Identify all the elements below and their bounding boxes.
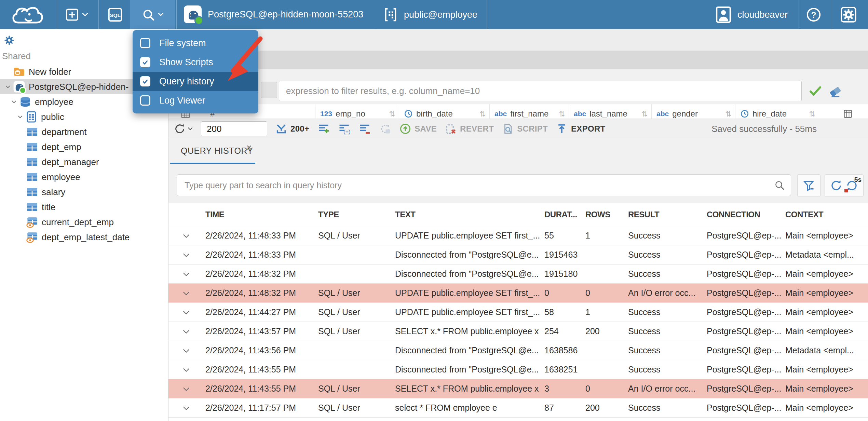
sort-icon[interactable]: ⇅ xyxy=(480,110,489,118)
sort-icon[interactable]: ⇅ xyxy=(725,110,735,118)
expand-chevron-icon[interactable] xyxy=(181,269,205,279)
checkbox-checked[interactable] xyxy=(140,57,150,67)
chevron-down-icon[interactable] xyxy=(9,98,19,106)
col-time[interactable]: TIME xyxy=(205,210,318,219)
history-filter-button[interactable] xyxy=(797,174,820,197)
sql-editor-button[interactable]: SQL xyxy=(107,7,123,23)
checkbox-unchecked[interactable] xyxy=(140,38,150,48)
sort-icon[interactable]: ⇅ xyxy=(389,110,399,118)
refresh-button[interactable] xyxy=(174,123,193,135)
col-connection[interactable]: CONNECTION xyxy=(707,210,785,219)
auto-refresh-button[interactable]: 5s xyxy=(846,179,858,192)
column-header-birth-date[interactable]: birth_date ⇅ xyxy=(399,104,489,119)
menu-item-query-history[interactable]: Query history xyxy=(133,72,258,91)
expand-chevron-icon[interactable] xyxy=(181,231,205,241)
history-row-error[interactable]: 2/26/2024, 11:48:32 PM SQL / User UPDATE… xyxy=(168,284,868,303)
tree-item-table[interactable]: dept_emp xyxy=(0,139,168,154)
view-icon xyxy=(26,216,38,228)
column-header-first-name[interactable]: abc first_name ⇅ xyxy=(489,104,569,119)
sort-icon[interactable]: ⇅ xyxy=(559,110,569,118)
tree-item-table[interactable]: employee xyxy=(0,169,168,185)
expand-chevron-icon[interactable] xyxy=(181,403,205,413)
column-type-badge: abc xyxy=(574,110,586,118)
expand-chevron-icon[interactable] xyxy=(181,308,205,317)
history-row[interactable]: 2/26/2024, 11:43:55 PM Disconnected from… xyxy=(168,360,868,379)
fetch-next-page-button[interactable]: 200+ xyxy=(275,123,309,135)
connection-selector[interactable]: PostgreSQL@ep-hidden-moon-55203 xyxy=(184,5,363,23)
history-row[interactable]: 2/26/2024, 11:43:56 PM Disconnected from… xyxy=(168,341,868,360)
history-row[interactable]: 2/26/2024, 11:44:27 PM SQL / User UPDATE… xyxy=(168,303,868,322)
column-header-hire-date[interactable]: hire_date ⇅ xyxy=(735,104,819,119)
tree-item-table[interactable]: salary xyxy=(0,185,168,200)
expand-chevron-icon[interactable] xyxy=(181,288,205,298)
col-context[interactable]: CONTEXT xyxy=(785,210,868,219)
col-rows[interactable]: ROWS xyxy=(585,210,628,219)
column-header-last-name[interactable]: abc last_name ⇅ xyxy=(569,104,651,119)
expand-chevron-icon[interactable] xyxy=(181,250,205,260)
cell-rows: 1 xyxy=(585,231,628,241)
result-toolbar: 200+ (+) SAVE xyxy=(168,119,868,139)
expand-chevron-icon[interactable] xyxy=(181,346,205,355)
history-row[interactable]: 2/26/2024, 11:48:32 PM Disconnected from… xyxy=(168,264,868,284)
expand-chevron-icon[interactable] xyxy=(181,327,205,336)
menu-item-show-scripts[interactable]: Show Scripts xyxy=(133,53,258,72)
add-row-icon[interactable] xyxy=(317,123,330,135)
col-result[interactable]: RESULT xyxy=(628,210,707,219)
cell-time: 2/26/2024, 11:17:57 PM xyxy=(205,403,318,413)
script-button[interactable]: SCRIPT xyxy=(502,123,548,135)
checkbox-checked[interactable] xyxy=(140,76,150,86)
grid-settings-icon[interactable] xyxy=(843,109,853,119)
tools-menu-button[interactable] xyxy=(130,0,175,29)
col-type[interactable]: TYPE xyxy=(318,210,395,219)
help-button[interactable]: ? xyxy=(806,7,822,23)
revert-button[interactable]: REVERT xyxy=(445,123,494,135)
column-header-gender[interactable]: abc gender ⇅ xyxy=(651,104,735,119)
history-row[interactable]: 2/26/2024, 11:48:33 PM SQL / User UPDATE… xyxy=(168,226,868,245)
cell-text: SELECT x.* FROM public.employee x xyxy=(395,384,544,394)
column-header-emp-no[interactable]: 123 emp_no ⇅ xyxy=(315,104,399,119)
apply-filter-icon[interactable] xyxy=(808,84,823,98)
fetch-size-input[interactable] xyxy=(201,121,267,136)
history-row[interactable]: 2/26/2024, 11:17:57 PM SQL / User select… xyxy=(168,398,868,418)
tree-item-table[interactable]: dept_manager xyxy=(0,154,168,169)
col-duration[interactable]: DURAT... xyxy=(544,210,585,219)
user-menu-button[interactable]: cloudbeaver xyxy=(716,6,788,23)
schema-selector[interactable]: public@employee xyxy=(383,7,477,23)
history-row[interactable]: 2/26/2024, 11:48:33 PM Disconnected from… xyxy=(168,245,868,264)
save-button[interactable]: SAVE xyxy=(399,123,437,135)
auto-refresh-disabled-icon[interactable] xyxy=(379,123,391,135)
refresh-icon[interactable] xyxy=(830,179,842,192)
sort-icon[interactable]: ⇅ xyxy=(642,110,651,118)
gear-icon[interactable] xyxy=(3,35,15,46)
chevron-down-icon[interactable] xyxy=(3,83,13,91)
export-button[interactable]: EXPORT xyxy=(556,123,605,135)
tree-item-table[interactable]: title xyxy=(0,200,168,215)
expand-chevron-icon[interactable] xyxy=(181,365,205,375)
menu-item-log-viewer[interactable]: Log Viewer xyxy=(133,91,258,110)
cell-connection: PostgreSQL@ep-... xyxy=(707,365,785,375)
tree-item-table[interactable]: department xyxy=(0,124,168,139)
filter-expression-input[interactable] xyxy=(279,81,802,101)
menu-item-file-system[interactable]: File system xyxy=(133,33,258,53)
delete-row-icon[interactable] xyxy=(358,123,371,135)
top-bar: SQL PostgreSQL@ep-hidden-moon-55203 xyxy=(0,0,868,29)
expand-chevron-icon[interactable] xyxy=(181,384,205,394)
duplicate-row-icon[interactable]: (+) xyxy=(338,123,350,135)
tree-item-view[interactable]: dept_emp_latest_date xyxy=(0,230,168,245)
cell-connection: PostgreSQL@ep-... xyxy=(707,307,785,317)
close-icon[interactable]: × xyxy=(246,142,252,153)
query-history-tab[interactable]: QUERY HISTORY xyxy=(181,146,253,156)
chevron-down-icon[interactable] xyxy=(15,113,25,121)
new-connection-button[interactable] xyxy=(65,8,88,22)
history-search-input[interactable] xyxy=(177,174,791,196)
history-row-error[interactable]: 2/26/2024, 11:43:55 PM SQL / User SELECT… xyxy=(168,379,868,398)
sort-icon[interactable]: ⇅ xyxy=(809,110,819,118)
tree-item-view[interactable]: current_dept_emp xyxy=(0,215,168,230)
cell-type: SQL / User xyxy=(318,403,395,413)
filter-options-button[interactable] xyxy=(261,82,277,98)
settings-button[interactable] xyxy=(840,6,857,23)
history-row[interactable]: 2/26/2024, 11:43:57 PM SQL / User SELECT… xyxy=(168,322,868,341)
checkbox-unchecked[interactable] xyxy=(140,95,150,106)
col-text[interactable]: TEXT xyxy=(395,210,544,219)
clear-filter-icon[interactable] xyxy=(828,84,842,98)
